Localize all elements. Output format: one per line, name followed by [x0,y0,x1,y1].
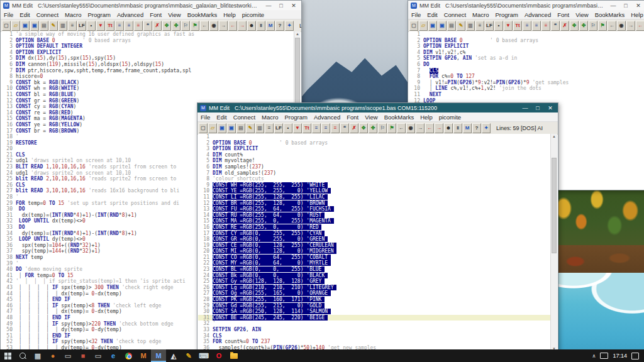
save-as-button[interactable]: ▣ [30,21,39,31]
print-button[interactable]: ▤ [447,21,456,31]
code-line[interactable]: 7DIM ptr,hiscore,spw,spht,temp,frame,fra… [1,68,294,74]
hand-green-b-button[interactable]: ✤ [579,21,588,31]
pause-bars-button[interactable]: ‖ [453,123,462,133]
app-terminal-putty-icon[interactable]: ⌨ [196,349,211,362]
app-mmedit-icon[interactable]: M [151,349,166,362]
scrollbar-thumb[interactable] [552,158,557,253]
copy-pages-button[interactable]: ▥ [466,21,475,31]
code-line[interactable]: 21CONST CO =RGB(0, 64, 255) 'COBALT [198,255,551,261]
menu-bookmarks[interactable]: BookMarks [381,114,418,121]
app-opera-browser-icon[interactable]: O [211,349,226,362]
menu-macro[interactable]: Macro [62,11,84,18]
run-macro-button[interactable]: ✦ [482,123,491,133]
menu-help[interactable]: Help [220,11,239,18]
code-line[interactable]: 2OPTION BASE 0 ' 0 based arrays [198,140,551,146]
code-line[interactable]: 31CONST BE =RGB(245, 245, 220) 'BEIGE [198,315,551,321]
new-file-button[interactable]: ▢ [409,21,418,31]
delete-red-x-button[interactable]: ✗ [560,21,569,31]
close-button[interactable]: ✕ [544,104,557,112]
arrow-right-button[interactable]: → [416,123,425,133]
font-case-button[interactable]: Tt [106,21,114,31]
minimize-button[interactable]: — [519,104,531,112]
search-button[interactable] [15,349,30,362]
arrow-red-left-button[interactable]: ← [228,21,237,31]
menu-file[interactable]: File [1,11,16,18]
network-display-icon[interactable] [600,353,608,359]
code-line[interactable]: 8'colour shortcuts [198,176,551,182]
flag-light-button[interactable]: ⚐ [589,21,597,31]
menu-picomite[interactable]: picomite [239,11,267,18]
menu-advanced[interactable]: Advanced [521,11,554,18]
open-folder-button[interactable]: ▱ [11,21,20,31]
code-line[interactable]: 10CONST wh = RGB(WHITE) [1,85,294,92]
code-line[interactable]: 5DIM myvoltage! [198,158,551,164]
hand-green-a-button[interactable]: ✥ [162,21,171,31]
arrow-red-left-button[interactable]: ← [636,21,644,31]
arrow-left-button[interactable]: ← [608,21,616,31]
scroll-up-arrow[interactable]: ▲ [294,31,301,37]
save-button[interactable]: ▣ [218,123,226,133]
code-editor-center[interactable]: 12OPTION BASE 0 ' 0 based arrays3OPTION … [198,134,551,352]
code-line[interactable]: 14CONST RU =RGB(255, 64, 0) 'RUST [198,212,551,219]
code-line[interactable]: 15CONST MA =RGB(255, 0, 255) 'MAGENTA [198,218,551,224]
app-paint-icon[interactable]: ✎ [181,349,196,362]
vertical-scrollbar[interactable]: ▲ ▼ [550,134,557,352]
code-line[interactable]: 22CONST MY =RGB(0, 64, 0) 'MYRTLE [198,260,551,266]
arrow-red-right-button[interactable]: → [238,21,247,31]
app-chrome-browser-icon[interactable] [121,349,136,362]
app-edge-browser-icon[interactable]: e [106,349,121,362]
title-bar[interactable]: M MM Edit C:\Users\stanley555\Documents\… [197,103,558,112]
code-line[interactable]: 5SETPIN GP26, AIN 'set as a-d in [409,55,644,62]
list-view-button[interactable]: ≡ [68,21,77,31]
tray-expand-chevron-icon[interactable]: ∧ [592,353,596,359]
menu-font[interactable]: Font [343,114,362,121]
menu-font[interactable]: Font [554,11,572,18]
open-folder-button[interactable]: ▱ [208,123,217,133]
indent-right-button[interactable]: ≡ [321,123,330,133]
font-case-button[interactable]: Tt [513,21,522,31]
help-button[interactable]: ? [472,123,481,133]
menu-program[interactable]: Program [84,11,113,18]
list-view-button[interactable]: ≡ [265,123,274,133]
comment-bubble-button[interactable]: ❝ [551,21,560,31]
new-file-button[interactable]: ▢ [199,123,208,133]
close-button[interactable]: ✕ [287,1,300,10]
code-line[interactable]: 1 [198,134,551,140]
menu-advanced[interactable]: Advanced [311,114,343,121]
pacman-button[interactable]: ☻ [444,123,453,133]
menu-macro[interactable]: Macro [469,11,492,18]
code-line[interactable]: 29CONST Gd =RGB(255, 215, 0) 'GOLD [198,303,551,309]
flag-green-button[interactable]: ⚑ [191,21,199,31]
code-line[interactable]: 8 FOR c%=0 TO 127 [409,74,644,80]
paste-red-button[interactable]: ▼ [293,123,302,133]
menu-advanced[interactable]: Advanced [114,11,147,18]
code-line[interactable]: 9CONST bk = RGB(BLACK) [1,80,294,86]
code-line[interactable]: 32' [198,321,551,327]
code-line[interactable]: 26CONST Lg =RGB(210, 210, 210) 'LITEGREY [198,285,551,291]
code-line[interactable]: 4DIM v1!,v2!,c% [409,50,644,56]
minimize-button[interactable]: — [607,1,619,10]
maximize-button[interactable]: □ [619,1,632,10]
arrow-right-button[interactable]: → [219,21,228,31]
indent-left-button[interactable]: ≡ [523,21,531,31]
copy-pages-button[interactable]: ▥ [255,123,264,133]
print-button[interactable]: ▤ [40,21,48,31]
notification-center-icon[interactable] [631,353,639,359]
code-line[interactable]: 1 [409,31,644,38]
code-line[interactable]: 9CONST WH =RGB(255, 255, 255) 'WHITE [198,182,551,189]
arrow-target-button[interactable]: ◉ [209,21,218,31]
edit-pencil-button[interactable]: ✎ [49,21,58,31]
code-line[interactable]: 27CONST Og =RGB(255, 165, 0) 'ORANGE [198,290,551,297]
paste-red-button[interactable]: ▼ [96,21,105,31]
menu-connect[interactable]: Connect [230,114,258,121]
code-line[interactable]: 16CONST RE =RGB(255, 0, 0) 'RED [198,224,551,231]
help-button[interactable]: ? [275,21,284,31]
code-line[interactable]: 19CONST CE =RGB(0, 128, 255) 'CERULEAN [198,243,551,249]
code-line[interactable]: 1'a simple way of moving 16 user defined… [1,31,294,38]
code-line[interactable]: 35FOR count%=0 TO 237 [198,339,551,345]
code-line[interactable]: 33SETPIN GP26, AIN [198,327,551,333]
app-monitor-a-icon[interactable]: ▭ [60,349,75,362]
code-line[interactable]: 24CONST Bk =RGB(0, 0, 0) 'BLACK [198,273,551,279]
taskbar-clock[interactable]: 17:14 [613,353,627,359]
paste-red-button[interactable]: ▼ [504,21,513,31]
